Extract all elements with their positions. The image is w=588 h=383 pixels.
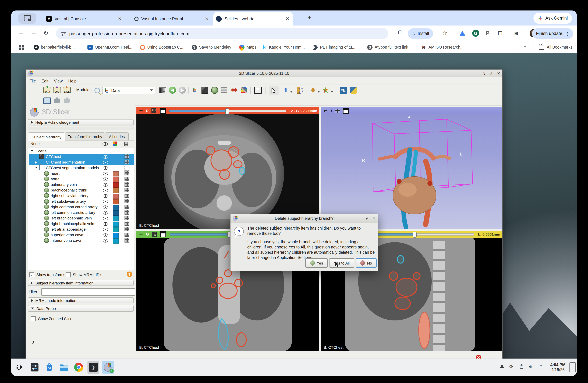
color-swatch[interactable] xyxy=(113,232,119,238)
tree-row[interactable]: left subclavian artery xyxy=(29,198,134,204)
slicer-titlebar[interactable]: 3D Slicer 5.10.0-2025-11-10 ∨ ∧ ✕ xyxy=(26,70,502,77)
clipboard-tray-icon[interactable]: 📋︎ xyxy=(519,364,524,369)
color-swatch[interactable] xyxy=(113,199,119,204)
browser-tab[interactable]: Vast.ai Instance Portal✕ xyxy=(131,12,213,25)
show-transforms-checkbox[interactable]: ✓ xyxy=(29,272,34,277)
tree-row[interactable]: left common carotid artery xyxy=(29,210,134,215)
color-swatch[interactable] xyxy=(113,177,119,182)
p-extension-icon[interactable]: P xyxy=(484,30,491,37)
mesh-column-icon[interactable] xyxy=(124,142,128,146)
mesh-grid-icon[interactable] xyxy=(125,193,129,198)
visibility-eye-icon[interactable] xyxy=(103,172,108,175)
volume-module-button[interactable] xyxy=(201,86,209,94)
dicom-button[interactable]: ⇩DCM xyxy=(53,86,61,94)
tree-header[interactable]: Node xyxy=(28,140,134,148)
module-selector-dropdown[interactable]: Data xyxy=(102,87,155,94)
visibility-eye-icon[interactable] xyxy=(103,194,108,198)
maximize-icon[interactable]: ∧ xyxy=(488,71,495,76)
mesh-grid-icon[interactable] xyxy=(125,222,129,226)
menu-help[interactable]: Help xyxy=(68,79,76,83)
bookmark-item[interactable]: SSave to Mendeley xyxy=(192,43,231,51)
dialog-minimize-icon[interactable]: ∨ xyxy=(363,216,370,221)
clock[interactable]: 4:04 PM 4/16/26 xyxy=(546,362,569,373)
chrome-menu-icon[interactable]: ⋮ xyxy=(565,31,569,36)
tree-row[interactable]: brachiocephalic trunk xyxy=(29,187,134,193)
visibility-eye-icon[interactable] xyxy=(103,161,108,164)
module-search-icon[interactable] xyxy=(94,88,100,93)
tab-all-nodes[interactable]: All nodes xyxy=(105,133,129,140)
module-history-button[interactable] xyxy=(192,86,199,94)
tree-row[interactable]: left brachiocephalic vein xyxy=(29,215,134,221)
red-slice-viewport[interactable]: R S: -175.2500mm B: CTChest xyxy=(136,107,319,229)
updates-icon[interactable]: ⟳ xyxy=(509,364,513,369)
bookmark-star-icon[interactable]: ☆ xyxy=(442,29,448,37)
markups-module-button[interactable]: ✱✱ xyxy=(230,86,238,94)
expand-arrow-icon[interactable] xyxy=(35,167,38,168)
mesh-grid-icon[interactable] xyxy=(125,171,129,175)
extensions-puzzle-icon[interactable]: ❒ xyxy=(497,30,504,37)
bookmark-item[interactable]: Using Bootstrap C... xyxy=(140,43,183,51)
tree-row[interactable]: right brachiocephalic vein xyxy=(29,221,134,227)
tree-row[interactable]: inferior vena cava xyxy=(29,238,134,243)
terminal-app-button[interactable]: ❯ xyxy=(87,361,99,374)
tree-row[interactable]: right subclavian artery xyxy=(29,193,134,198)
address-bar[interactable]: passenger-profession-representations-gig… xyxy=(56,28,388,39)
viewport-menu-icon[interactable] xyxy=(160,108,166,114)
mesh-grid-icon[interactable] xyxy=(125,227,129,231)
menu-file[interactable]: File xyxy=(29,79,36,83)
visibility-eye-icon[interactable] xyxy=(103,211,108,214)
slider-handle[interactable] xyxy=(413,232,417,238)
screenshot-button[interactable] xyxy=(43,97,51,104)
tab-close-icon[interactable]: ✕ xyxy=(204,16,210,21)
grammarly-extension-icon[interactable]: G xyxy=(472,30,479,37)
mesh-grid-icon[interactable] xyxy=(125,216,129,220)
visibility-eye-icon[interactable] xyxy=(103,228,108,231)
module-forward-button[interactable]: ▶ xyxy=(178,86,186,94)
url-text[interactable]: passenger-profession-representations-gig… xyxy=(69,31,189,36)
python-console-button[interactable] xyxy=(350,86,357,94)
extensions-manager-button[interactable]: ≡E xyxy=(339,86,347,94)
drive-extension-icon[interactable] xyxy=(459,30,466,37)
slicer-app-button[interactable]: + xyxy=(102,361,114,374)
minimize-icon[interactable]: ∨ xyxy=(481,71,488,76)
bookmark-item[interactable]: PET imaging of tu... xyxy=(313,43,355,51)
bookmark-item[interactable]: RAMIGO Research... xyxy=(421,43,464,51)
viewport-menu-icon[interactable] xyxy=(343,108,349,114)
view-layout-button[interactable] xyxy=(322,86,330,94)
visibility-eye-icon[interactable] xyxy=(103,155,108,159)
visibility-eye-icon[interactable] xyxy=(103,183,108,187)
dialog-button-yes[interactable]: Yes xyxy=(305,258,328,268)
bookmarks-overflow-icon[interactable]: » xyxy=(524,44,526,50)
ruler-button[interactable] xyxy=(294,86,302,94)
save-button[interactable]: ⇩SAVE xyxy=(63,86,71,94)
tree-row[interactable]: CTChest segmentation xyxy=(29,159,134,165)
tree-row-scene[interactable]: Scene xyxy=(29,148,134,154)
ask-gemini-button[interactable]: Ask Gemini xyxy=(533,13,572,24)
show-desktop-button[interactable] xyxy=(569,362,576,372)
mesh-grid-icon[interactable] xyxy=(125,154,129,159)
mesh-grid-icon[interactable] xyxy=(125,205,129,209)
color-swatch[interactable] xyxy=(113,205,119,210)
segment-editor-button[interactable] xyxy=(240,86,248,94)
pin-icon[interactable] xyxy=(139,233,143,235)
tab-close-icon[interactable]: ✕ xyxy=(117,16,123,21)
close-icon[interactable]: ✕ xyxy=(495,71,502,76)
color-swatch[interactable] xyxy=(113,227,119,232)
file-manager-button[interactable] xyxy=(58,361,70,374)
finish-update-button[interactable]: Finish update ⋮ xyxy=(532,28,573,39)
slice-visibility-icon[interactable] xyxy=(152,232,157,237)
mesh-grid-icon[interactable] xyxy=(125,182,129,187)
visibility-eye-icon[interactable] xyxy=(103,217,108,220)
bookmark-item[interactable]: SAtypon full text link xyxy=(367,43,408,51)
visibility-eye-icon[interactable] xyxy=(103,166,108,170)
visibility-eye-icon[interactable] xyxy=(103,233,108,237)
filter-input[interactable] xyxy=(41,288,135,296)
scene-view-button[interactable] xyxy=(53,97,61,104)
visibility-eye-icon[interactable] xyxy=(103,206,108,209)
settings-app-button[interactable] xyxy=(29,361,41,374)
visibility-eye-icon[interactable] xyxy=(103,189,108,192)
menu-edit[interactable]: Edit xyxy=(42,79,48,83)
mesh-grid-icon[interactable] xyxy=(125,199,129,203)
dialog-button-no[interactable]: No xyxy=(356,258,377,268)
color-swatch[interactable] xyxy=(113,188,119,193)
